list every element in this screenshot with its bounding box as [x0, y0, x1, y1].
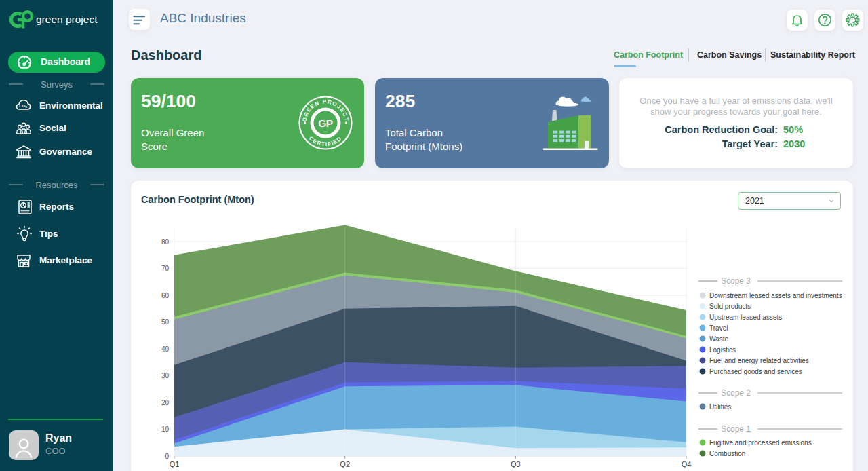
svg-text:80: 80 — [161, 238, 170, 246]
svg-text:40: 40 — [161, 345, 170, 353]
svg-text:Downstream leased assets and i: Downstream leased assets and investments — [709, 292, 842, 299]
svg-text:Q4: Q4 — [682, 460, 692, 468]
svg-text:Utilities: Utilities — [709, 403, 731, 411]
svg-text:Upstream leased assets: Upstream leased assets — [709, 314, 782, 321]
svg-text:Combustion: Combustion — [709, 450, 745, 457]
svg-text:Scope 3: Scope 3 — [721, 276, 751, 286]
svg-text:CO2: CO2 — [19, 103, 27, 109]
svg-text:Fugitive and processed emissio: Fugitive and processed emissions — [709, 439, 812, 447]
svg-text:Q2: Q2 — [340, 460, 350, 468]
svg-text:Fuel and energy related activi: Fuel and energy related activities — [709, 357, 809, 364]
svg-text:Scope 1: Scope 1 — [721, 424, 751, 434]
svg-text:Q3: Q3 — [511, 460, 521, 468]
svg-text:50: 50 — [161, 318, 170, 326]
svg-text:0: 0 — [165, 453, 169, 460]
svg-text:60: 60 — [161, 292, 170, 299]
svg-text:10: 10 — [161, 426, 170, 433]
svg-text:Sold products: Sold products — [709, 303, 751, 310]
svg-text:Purchased goods and services: Purchased goods and services — [709, 368, 802, 375]
svg-text:GP: GP — [318, 117, 333, 129]
svg-text:Logistics: Logistics — [709, 346, 736, 354]
svg-text:Scope 2: Scope 2 — [721, 388, 751, 398]
svg-text:30: 30 — [161, 372, 170, 379]
svg-text:Waste: Waste — [709, 335, 728, 343]
svg-text:70: 70 — [161, 265, 170, 272]
svg-text:20: 20 — [161, 399, 170, 407]
svg-text:Q1: Q1 — [170, 460, 180, 468]
svg-text:Travel: Travel — [709, 324, 728, 332]
